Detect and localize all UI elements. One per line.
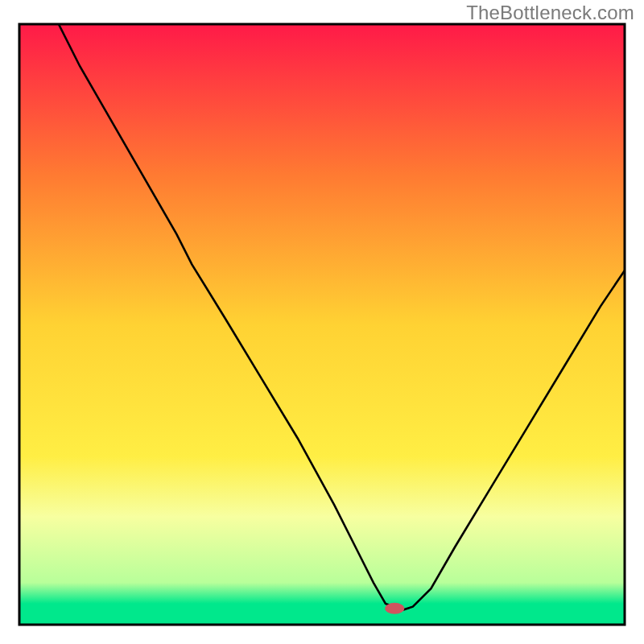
optimal-marker <box>385 603 404 614</box>
chart-background <box>19 24 625 625</box>
watermark-text: TheBottleneck.com <box>466 2 634 24</box>
bottleneck-chart: TheBottleneck.com <box>0 0 644 644</box>
chart-svg <box>0 0 644 644</box>
